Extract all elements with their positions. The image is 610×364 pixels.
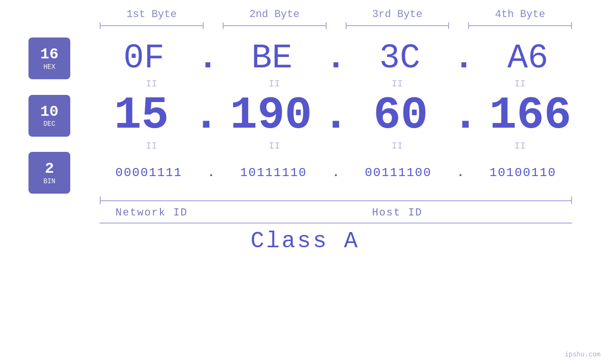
dec-badge: 10 DEC [28,95,70,137]
bin-badge-number: 2 [45,160,54,177]
hex-byte2: BE [218,39,326,78]
dec-badge-col: 10 DEC [28,95,90,137]
host-id-label: Host ID [213,207,582,219]
label-row: Network ID Host ID [28,207,582,219]
bin-dot1: . [207,166,215,180]
bracket-byte3 [336,22,459,29]
sep2-b4: II [459,141,582,151]
bin-badge: 2 BIN [28,152,70,194]
bracket-byte4 [459,22,582,29]
dec-byte2: 190 [220,90,322,141]
host-bracket [213,196,582,204]
network-id-label: Network ID [90,207,213,219]
hex-dot2: . [326,39,346,78]
hex-row: 16 HEX 0F . BE . 3C . A6 [28,37,582,79]
top-brackets [28,22,582,29]
hex-byte1: 0F [90,39,197,78]
hex-badge-number: 16 [40,46,58,63]
dec-dot2: . [322,90,350,141]
bin-badge-label: BIN [43,177,55,185]
sep1-b1: II [90,79,213,89]
sep1-b2: II [213,79,336,89]
dec-badge-label: DEC [43,120,55,128]
class-bracket-line [100,223,572,224]
hex-dot1: . [197,39,218,78]
bin-byte2: 10111110 [215,166,332,180]
bin-byte1: 00001111 [90,166,207,180]
hex-badge: 16 HEX [28,37,70,79]
sep2-b3: II [336,141,459,151]
bin-values-row: 00001111 . 10111110 . 00111100 . 1010011… [90,166,582,180]
bin-dot2: . [332,166,340,180]
dec-dot1: . [193,90,220,141]
sep-row-2: II II II II [28,141,582,151]
dec-values-row: 15 . 190 . 60 . 166 [90,90,582,141]
byte3-header: 3rd Byte [336,9,459,20]
sep-row-1: II II II II [28,79,582,89]
bottom-brackets [28,196,582,204]
byte4-header: 4th Byte [459,9,582,20]
dec-badge-number: 10 [40,103,58,120]
byte1-header: 1st Byte [90,9,213,20]
hex-byte4: A6 [474,39,582,78]
bracket-byte1 [90,22,213,29]
network-bracket [90,196,213,204]
dec-byte4: 166 [479,90,582,141]
hex-badge-label: HEX [43,63,55,71]
dec-row: 10 DEC 15 . 190 . 60 . 166 [28,90,582,141]
byte2-header: 2nd Byte [213,9,336,20]
sep2-b2: II [213,141,336,151]
hex-values-row: 0F . BE . 3C . A6 [90,39,582,78]
sep1-b3: II [336,79,459,89]
dec-byte3: 60 [349,90,452,141]
watermark: ipshu.com [564,351,601,358]
bin-badge-col: 2 BIN [28,152,90,194]
bracket-byte2 [213,22,336,29]
class-row: Class A [28,228,582,254]
byte-headers: 1st Byte 2nd Byte 3rd Byte 4th Byte [28,9,582,20]
class-value: Class A [251,228,360,254]
sep1-b4: II [459,79,582,89]
hex-dot3: . [453,39,474,78]
bin-dot3: . [457,166,464,180]
dec-dot3: . [452,90,479,141]
hex-badge-col: 16 HEX [28,37,90,79]
bin-byte4: 10100110 [464,166,582,180]
main-container: 1st Byte 2nd Byte 3rd Byte 4th Byte 16 H… [0,0,610,364]
bin-byte3: 00111100 [339,166,457,180]
dec-byte1: 15 [90,90,193,141]
class-bracket-container [28,223,582,224]
bin-row: 2 BIN 00001111 . 10111110 . 00111100 . 1… [28,152,582,194]
hex-byte3: 3C [346,39,453,78]
sep2-b1: II [90,141,213,151]
